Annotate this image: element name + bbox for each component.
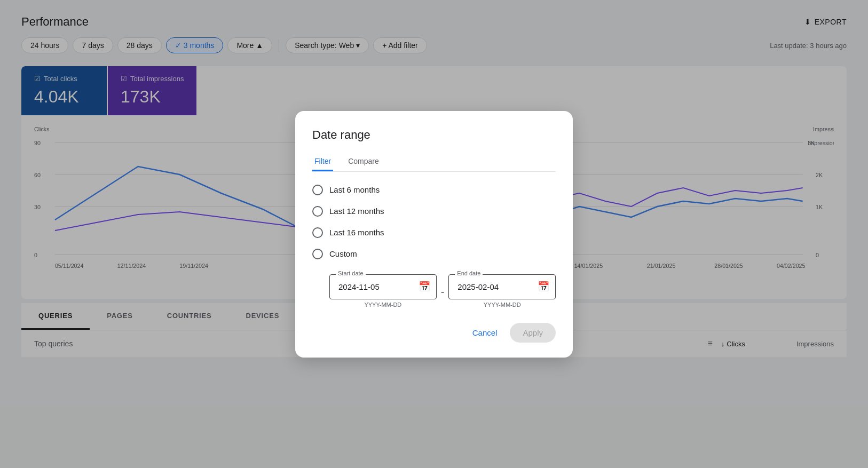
radio-custom — [312, 249, 323, 259]
option-last6[interactable]: Last 6 months — [312, 185, 556, 195]
end-date-label: End date — [455, 270, 483, 276]
tab-compare[interactable]: Compare — [346, 153, 381, 171]
option-last12[interactable]: Last 12 months — [312, 206, 556, 217]
modal-actions: Cancel Apply — [312, 323, 556, 343]
start-date-field: Start date 📅 — [329, 274, 437, 299]
date-range-modal: Date range Filter Compare Last 6 months … — [295, 111, 573, 358]
date-options: Last 6 months Last 12 months Last 16 mon… — [312, 185, 556, 259]
start-date-label: Start date — [336, 270, 366, 276]
radio-last16 — [312, 227, 323, 238]
end-date-hint: YYYY-MM-DD — [448, 302, 556, 308]
tab-filter[interactable]: Filter — [312, 153, 333, 171]
start-date-hint: YYYY-MM-DD — [329, 302, 437, 308]
date-range-separator: - — [441, 286, 445, 298]
option-last16[interactable]: Last 16 months — [312, 227, 556, 238]
apply-button[interactable]: Apply — [510, 323, 556, 343]
end-date-field: End date 📅 — [448, 274, 556, 299]
modal-tabs: Filter Compare — [312, 153, 556, 172]
radio-last6 — [312, 185, 323, 195]
option-custom[interactable]: Custom — [312, 249, 556, 259]
radio-last12 — [312, 206, 323, 217]
date-inputs: Start date 📅 YYYY-MM-DD - End date 📅 YYY… — [312, 274, 556, 308]
modal-title: Date range — [312, 128, 556, 142]
calendar-icon: 📅 — [419, 281, 430, 292]
modal-overlay[interactable]: Date range Filter Compare Last 6 months … — [0, 0, 868, 468]
cancel-button[interactable]: Cancel — [464, 324, 506, 342]
calendar-icon2: 📅 — [538, 281, 549, 292]
